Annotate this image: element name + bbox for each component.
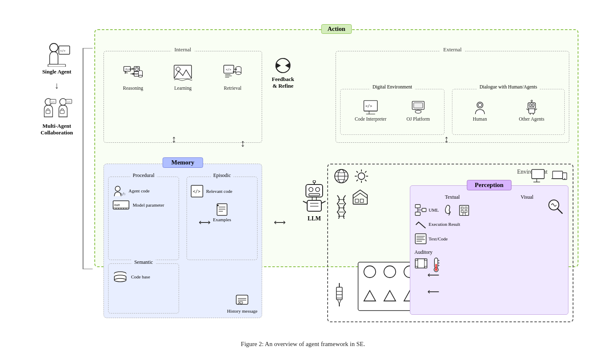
uml-label: UML	[429, 207, 439, 212]
svg-text:</>: </>	[365, 104, 372, 108]
svg-rect-64	[529, 106, 534, 108]
figure-area: Action Internal PLAN	[23, 17, 583, 334]
svg-point-105	[313, 180, 316, 183]
reasoning-label: Reasoning	[123, 86, 144, 91]
agent-code-icon: </>	[113, 185, 125, 197]
svg-rect-161	[465, 207, 467, 209]
svg-point-63	[532, 104, 534, 106]
oj-platform-cell: OJ Platform	[407, 100, 430, 121]
svg-text:</>: </>	[120, 192, 125, 196]
uml-icon	[414, 204, 427, 216]
svg-rect-139	[355, 199, 359, 202]
monitor-icon	[531, 168, 548, 185]
oj-platform-label: OJ Platform	[407, 116, 430, 121]
text-code-label: Text/Code	[429, 236, 448, 241]
arrow-memory-llm: ⟷	[199, 217, 210, 227]
memory-box: Memory Procedural </> Agent code	[104, 164, 262, 318]
svg-point-196	[60, 99, 66, 105]
execution-result-label: Execution Result	[429, 222, 460, 227]
relevant-code-label: Relevant code	[206, 189, 232, 194]
history-message-label: History message	[227, 308, 258, 313]
examples-label: Examples	[213, 217, 231, 222]
svg-rect-164	[463, 213, 465, 215]
history-message-icon	[235, 293, 249, 307]
agent-section: </> Single Agent ↓ </>	[28, 42, 86, 137]
svg-marker-146	[338, 300, 341, 304]
arrow-llm-env: ⟷	[274, 217, 286, 227]
learning-icon	[173, 64, 193, 84]
svg-rect-103	[309, 194, 320, 196]
svg-rect-181	[435, 264, 437, 269]
bracket	[81, 48, 93, 269]
dna-icon	[333, 194, 350, 219]
dialogue-box: Dialogue with Human/Agents	[452, 89, 565, 135]
procedural-box: Procedural </> Agent code	[108, 177, 179, 260]
model-parameter-icon: RAM	[113, 200, 129, 210]
multi-agent-label: Multi-AgentCollaboration	[40, 123, 73, 137]
episodic-box: Episodic </> Relevant code	[187, 177, 258, 260]
svg-rect-54	[414, 103, 423, 108]
svg-rect-108	[307, 200, 321, 211]
svg-point-62	[529, 104, 531, 106]
crane-cell	[351, 187, 372, 210]
bracket-icon	[81, 48, 93, 269]
svg-point-66	[531, 100, 533, 101]
syringe-cell	[333, 282, 346, 309]
text-code-cell: Text/Code	[410, 231, 568, 246]
svg-line-165	[416, 222, 419, 225]
code-base-label: Code base	[131, 274, 150, 279]
arrow-to-perception2: ⟵	[427, 286, 439, 296]
svg-point-17	[139, 75, 143, 77]
svg-rect-162	[461, 210, 463, 212]
dialogue-label: Dialogue with Human/Agents	[477, 84, 540, 89]
human-label: Human	[473, 116, 487, 121]
ear-icon	[443, 204, 455, 216]
svg-rect-167	[415, 234, 426, 244]
agent-code-label: Agent code	[129, 188, 149, 193]
svg-text:PLAN: PLAN	[125, 68, 131, 71]
svg-marker-44	[285, 63, 290, 68]
svg-text:</>: </>	[67, 101, 71, 103]
svg-rect-175	[415, 266, 418, 268]
svg-rect-156	[422, 208, 426, 212]
digital-env-label: Digital Environment	[370, 84, 415, 89]
external-box: External Digital Environment </>	[336, 51, 569, 143]
svg-point-72	[115, 186, 120, 191]
human-cell: Human	[472, 100, 487, 121]
vertical-arrow-memory: ↕	[172, 134, 177, 145]
svg-rect-174	[424, 259, 427, 260]
svg-text:</>: </>	[226, 68, 232, 71]
internal-box: Internal PLAN	[104, 51, 262, 143]
feedback-label: Feedback& Refine	[272, 76, 294, 90]
svg-rect-125	[532, 169, 544, 179]
retrieval-label: Retrieval	[224, 86, 241, 91]
svg-rect-154	[415, 205, 420, 208]
single-agent-icon: </>	[42, 42, 71, 67]
execution-result-cell: Execution Result	[410, 218, 568, 231]
sun-icon	[353, 168, 370, 185]
code-interpreter-label: Code Interpreter	[355, 116, 386, 121]
svg-rect-129	[553, 171, 563, 179]
crane-icon	[351, 187, 372, 208]
svg-rect-140	[360, 199, 364, 202]
svg-line-111	[303, 201, 307, 203]
syringe-icon	[333, 282, 346, 307]
svg-line-122	[365, 179, 367, 181]
uml-cell: UML	[414, 204, 439, 216]
code-base-icon	[113, 271, 128, 282]
svg-line-68	[526, 109, 528, 110]
textual-label: Textual	[445, 194, 460, 200]
perception-label: Perception	[467, 180, 512, 190]
svg-point-93	[114, 278, 126, 282]
svg-point-51	[415, 110, 421, 113]
sun-cell	[353, 168, 370, 186]
visual-label: Visual	[520, 194, 533, 200]
retrieval-icon: </>	[222, 64, 242, 84]
down-arrow: ↓	[55, 78, 59, 93]
svg-line-112	[321, 201, 326, 203]
svg-rect-160	[461, 207, 463, 209]
svg-rect-61	[528, 103, 535, 109]
svg-rect-176	[424, 266, 427, 268]
procedural-label: Procedural	[130, 172, 157, 179]
other-agents-icon	[524, 100, 539, 115]
